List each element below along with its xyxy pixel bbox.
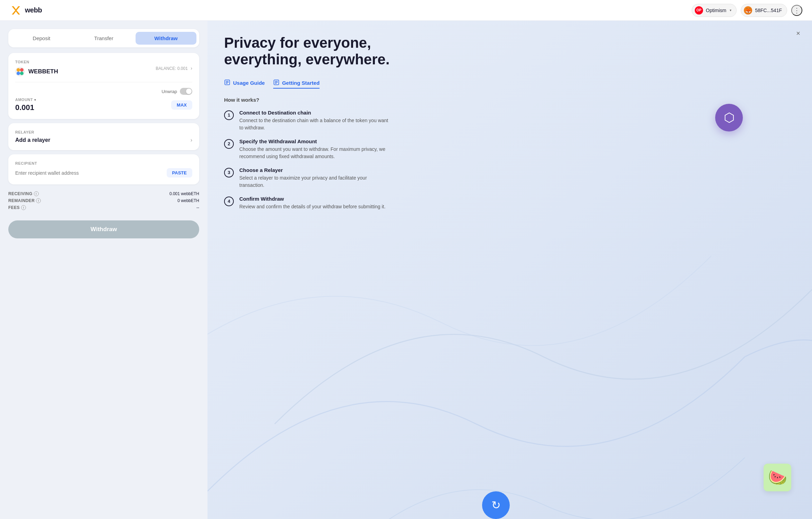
amount-dropdown-icon: ▾ <box>34 98 36 102</box>
sync-icon: ↻ <box>491 499 501 512</box>
left-panel: Deposit Transfer Withdraw TOKEN <box>0 21 207 519</box>
network-selector[interactable]: OP Optimism ▾ <box>692 4 737 17</box>
divider <box>15 82 192 82</box>
svg-point-4 <box>17 72 20 75</box>
fees-value: -- <box>196 205 199 210</box>
token-label: TOKEN <box>15 60 58 64</box>
right-panel: × Privacy for everyone, everything, ever… <box>207 21 812 519</box>
wallet-button[interactable]: 🦊 58FC...541F <box>741 4 787 17</box>
logo-text: webb <box>25 6 42 14</box>
more-options-button[interactable]: ⋮ <box>791 5 802 16</box>
getting-started-icon <box>273 79 279 86</box>
tab-withdraw[interactable]: Withdraw <box>136 32 196 45</box>
amount-label-group: AMOUNT ▾ <box>15 98 36 102</box>
step-item-1: 1 Connect to Destination chain Connect t… <box>224 110 795 131</box>
toggle-knob <box>186 89 192 94</box>
recipient-label: RECIPIENT <box>15 161 192 165</box>
step-description-4: Review and confirm the details of your w… <box>239 203 386 210</box>
relayer-arrow-icon: › <box>191 137 192 143</box>
how-it-works-label: How it works? <box>224 97 795 103</box>
webb-logo-icon <box>10 4 22 17</box>
step-title-3: Choose a Relayer <box>239 167 391 173</box>
svg-point-1 <box>15 67 25 76</box>
logo-area: webb <box>10 4 42 17</box>
getting-started-label: Getting Started <box>282 80 320 86</box>
step-description-1: Connect to the destination chain with a … <box>239 117 391 131</box>
withdraw-button[interactable]: Withdraw <box>8 220 199 238</box>
hero-title: Privacy for everyone, everything, everyw… <box>224 35 397 68</box>
step-content-1: Connect to Destination chain Connect to … <box>239 110 391 131</box>
guide-tab-getting-started[interactable]: Getting Started <box>273 79 320 89</box>
step-title-2: Specify the Withdrawal Amount <box>239 138 391 144</box>
step-number-1: 1 <box>224 110 234 120</box>
watermelon-badge: 🍉 <box>764 464 791 491</box>
receiving-info-icon[interactable]: i <box>34 191 39 196</box>
receiving-row: RECEIVING i 0.001 webbETH <box>8 191 199 196</box>
steps-list: 1 Connect to Destination chain Connect t… <box>224 110 795 210</box>
background-curves <box>207 21 812 519</box>
tab-transfer[interactable]: Transfer <box>73 32 134 45</box>
close-button[interactable]: × <box>793 28 804 39</box>
relayer-card[interactable]: RELAYER Add a relayer › <box>8 123 199 150</box>
remainder-key: REMAINDER i <box>8 198 41 203</box>
sync-badge: ↻ <box>482 491 510 519</box>
receiving-value: 0.001 webbETH <box>169 191 199 196</box>
step-item-3: 3 Choose a Relayer Select a relayer to m… <box>224 167 795 189</box>
balance-arrow-icon: › <box>191 65 192 71</box>
step-item-4: 4 Confirm Withdraw Review and confirm th… <box>224 196 795 210</box>
step-description-3: Select a relayer to maximize your privac… <box>239 174 391 189</box>
token-card: TOKEN WEBBETH <box>8 53 199 119</box>
metamask-fox-icon: 🦊 <box>744 6 752 15</box>
guide-tab-usage[interactable]: Usage Guide <box>224 79 265 89</box>
app-header: webb OP Optimism ▾ 🦊 58FC...541F ⋮ <box>0 0 812 21</box>
fees-info-icon[interactable]: i <box>21 205 26 210</box>
svg-point-5 <box>20 72 24 75</box>
watermelon-icon: 🍉 <box>768 468 787 486</box>
tab-deposit[interactable]: Deposit <box>11 32 72 45</box>
recipient-card: RECIPIENT PASTE <box>8 154 199 184</box>
guide-tabs: Usage Guide Getting Started <box>224 79 795 89</box>
ethereum-icon: ⬡ <box>724 110 735 125</box>
unwrap-row: Unwrap <box>15 88 192 95</box>
header-right: OP Optimism ▾ 🦊 58FC...541F ⋮ <box>692 4 802 17</box>
remainder-info-icon[interactable]: i <box>36 198 41 203</box>
wallet-address: 58FC...541F <box>755 8 782 13</box>
network-label: Optimism <box>706 8 726 13</box>
step-title-1: Connect to Destination chain <box>239 110 391 116</box>
amount-left: AMOUNT ▾ 0.001 <box>15 98 36 112</box>
action-tabs: Deposit Transfer Withdraw <box>8 29 199 47</box>
relayer-row: Add a relayer › <box>15 137 192 143</box>
step-content-4: Confirm Withdraw Review and confirm the … <box>239 196 386 210</box>
recipient-input[interactable] <box>15 170 163 176</box>
amount-row: AMOUNT ▾ 0.001 MAX <box>15 98 192 112</box>
relayer-placeholder: Add a relayer <box>15 137 50 143</box>
step-content-3: Choose a Relayer Select a relayer to max… <box>239 167 391 189</box>
relayer-label: RELAYER <box>15 130 192 134</box>
main-content: Deposit Transfer Withdraw TOKEN <box>0 21 812 519</box>
step-item-2: 2 Specify the Withdrawal Amount Choose t… <box>224 138 795 160</box>
unwrap-label: Unwrap <box>162 89 177 94</box>
chevron-down-icon: ▾ <box>730 8 731 12</box>
step-content-2: Specify the Withdrawal Amount Choose the… <box>239 138 391 160</box>
step-number-3: 3 <box>224 168 234 177</box>
token-name: WEBBETH <box>28 68 58 75</box>
step-number-4: 4 <box>224 197 234 206</box>
webbeth-icon <box>15 67 25 76</box>
remainder-row: REMAINDER i 0 webbETH <box>8 198 199 203</box>
recipient-row: PASTE <box>15 168 192 177</box>
usage-guide-icon <box>224 79 230 86</box>
token-info: WEBBETH <box>15 67 58 76</box>
fees-key: FEES i <box>8 205 26 210</box>
svg-point-3 <box>20 68 24 72</box>
ethereum-badge: ⬡ <box>715 104 743 131</box>
unwrap-toggle[interactable] <box>180 88 192 95</box>
amount-value: 0.001 <box>15 103 36 112</box>
step-description-2: Choose the amount you want to withdraw. … <box>239 146 391 160</box>
fees-row: FEES i -- <box>8 205 199 210</box>
paste-button[interactable]: PASTE <box>167 168 192 177</box>
remainder-value: 0 webbETH <box>177 198 199 203</box>
balance-info: BALANCE: 0.001 › <box>156 65 192 71</box>
step-number-2: 2 <box>224 139 234 149</box>
summary-section: RECEIVING i 0.001 webbETH REMAINDER i 0 … <box>8 189 199 215</box>
max-button[interactable]: MAX <box>171 100 192 110</box>
